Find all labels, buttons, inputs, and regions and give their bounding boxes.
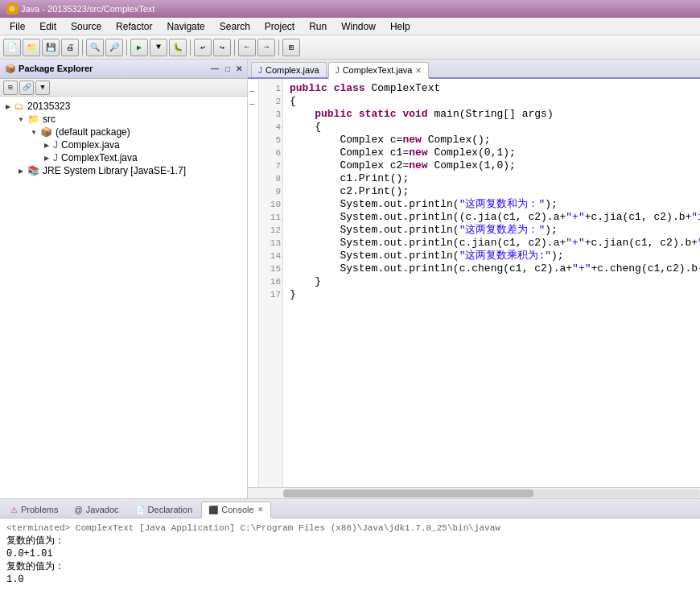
main-area: 📦 Package Explorer — □ ✕ ⊟ 🔗 ▼ ▶ 🗂 20135… bbox=[0, 60, 700, 611]
horizontal-scrollbar[interactable] bbox=[248, 487, 700, 498]
menu-window[interactable]: Window bbox=[335, 19, 382, 34]
jre-collapse-icon: ▶ bbox=[16, 166, 26, 175]
tab-javadoc[interactable]: @ Javadoc bbox=[67, 502, 126, 518]
sep1 bbox=[82, 39, 83, 56]
complex-java-label: Complex.java bbox=[61, 139, 120, 151]
console-close-icon[interactable]: ✕ bbox=[257, 506, 264, 514]
sep3 bbox=[190, 39, 191, 56]
menu-project[interactable]: Project bbox=[258, 19, 301, 34]
pe-maximize-button[interactable]: □ bbox=[223, 64, 233, 74]
console-content: <terminated> ComplexText [Java Applicati… bbox=[0, 518, 700, 611]
pe-toolbar: ⊟ 🔗 ▼ bbox=[0, 79, 247, 97]
code-area: — — 1 2 3 4 5 6 7 8 9 10 11 bbox=[248, 79, 700, 487]
tree-item-src[interactable]: ▼ 📁 src bbox=[0, 113, 247, 126]
complex-collapse-icon: ▶ bbox=[42, 140, 51, 150]
console-line-2: 0.0+1.0i bbox=[6, 547, 694, 560]
redo-button[interactable]: ↪ bbox=[213, 39, 231, 56]
editor-tabs: J Complex.java J ComplexText.java ✕ bbox=[248, 60, 700, 79]
tab-complex-java[interactable]: J Complex.java bbox=[251, 62, 327, 77]
console-line-1: 复数的值为： bbox=[6, 535, 694, 547]
javadoc-icon: @ bbox=[74, 506, 82, 514]
declaration-icon: 📄 bbox=[135, 506, 145, 514]
src-icon: 📁 bbox=[27, 114, 39, 125]
pe-collapse-all[interactable]: ⊟ bbox=[3, 81, 18, 95]
line-numbers: 1 2 3 4 5 6 7 8 9 10 11 12 13 14 15 16 1 bbox=[259, 79, 283, 487]
complextext-java-icon: J bbox=[53, 152, 58, 163]
tab-problems[interactable]: ⚠ Problems bbox=[3, 502, 65, 518]
pkg-collapse-icon: ▼ bbox=[29, 127, 39, 137]
menu-navigate[interactable]: Navigate bbox=[160, 19, 211, 34]
package-explorer-tree: ▶ 🗂 20135323 ▼ 📁 src ▼ 📦 (default packag… bbox=[0, 97, 247, 498]
titlebar: ⚙ Java - 20135323/src/ComplexText bbox=[0, 0, 700, 18]
menu-refactor[interactable]: Refactor bbox=[109, 19, 159, 34]
console-line-4: 1.0 bbox=[6, 573, 694, 586]
back-button[interactable]: ← bbox=[238, 39, 256, 56]
project-label: 20135323 bbox=[27, 101, 70, 112]
problems-icon: ⚠ bbox=[10, 506, 18, 514]
menubar: File Edit Source Refactor Navigate Searc… bbox=[0, 18, 700, 35]
pe-minimize-button[interactable]: — bbox=[210, 64, 220, 74]
app-icon: ⚙ bbox=[6, 3, 18, 14]
menu-file[interactable]: File bbox=[3, 19, 31, 34]
pe-link-editor[interactable]: 🔗 bbox=[19, 81, 34, 95]
project-collapse-icon: ▶ bbox=[3, 101, 13, 111]
debug-button[interactable]: 🔍 bbox=[86, 39, 104, 56]
sep4 bbox=[234, 39, 235, 56]
menu-help[interactable]: Help bbox=[384, 19, 417, 34]
tree-item-complex-java[interactable]: ▶ J Complex.java bbox=[0, 138, 247, 151]
tab-complex-java-label: Complex.java bbox=[266, 65, 319, 75]
undo-button[interactable]: ↩ bbox=[194, 39, 212, 56]
pe-header-buttons: — □ ✕ bbox=[210, 64, 242, 74]
sep2 bbox=[126, 39, 127, 56]
search-button[interactable]: 🔎 bbox=[105, 39, 123, 56]
tree-item-default-package[interactable]: ▼ 📦 (default package) bbox=[0, 126, 247, 138]
print-button[interactable]: 🖨 bbox=[61, 39, 79, 56]
src-collapse-icon: ▼ bbox=[16, 114, 26, 124]
menu-run[interactable]: Run bbox=[303, 19, 333, 34]
save-button[interactable]: 💾 bbox=[42, 39, 60, 56]
code-editor[interactable]: public class ComplexText { public static… bbox=[283, 79, 700, 487]
tab-complextext-close[interactable]: ✕ bbox=[415, 66, 422, 75]
run-button[interactable]: ▶ bbox=[130, 39, 148, 56]
pe-close-button[interactable]: ✕ bbox=[236, 64, 242, 74]
pe-view-menu[interactable]: ▼ bbox=[35, 81, 50, 95]
gutter-collapse-4[interactable]: — bbox=[249, 98, 257, 111]
new-button[interactable]: 📄 bbox=[3, 39, 21, 56]
menu-source[interactable]: Source bbox=[64, 19, 108, 34]
tab-declaration[interactable]: 📄 Declaration bbox=[128, 502, 200, 518]
complex-java-icon: J bbox=[53, 139, 58, 151]
complextext-java-label: ComplexText.java bbox=[61, 152, 138, 163]
package-explorer-title: 📦 Package Explorer bbox=[5, 64, 93, 74]
console-line-3: 复数的值为： bbox=[6, 560, 694, 573]
sep5 bbox=[278, 39, 279, 56]
run-dropdown[interactable]: ▼ bbox=[150, 39, 167, 56]
bottom-tabs: ⚠ Problems @ Javadoc 📄 Declaration ⬛ Con… bbox=[0, 499, 700, 518]
src-label: src bbox=[43, 114, 56, 125]
javadoc-label: Javadoc bbox=[86, 505, 119, 514]
complextext-collapse-icon: ▶ bbox=[42, 153, 51, 163]
tab-complextext-java-label: ComplexText.java bbox=[343, 65, 413, 75]
debug2-button[interactable]: 🐛 bbox=[169, 39, 187, 56]
bottom-panel: ⚠ Problems @ Javadoc 📄 Declaration ⬛ Con… bbox=[0, 498, 700, 611]
tab-complextext-java-icon: J bbox=[336, 66, 340, 75]
open-button[interactable]: 📁 bbox=[23, 39, 40, 56]
package-explorer-panel: 📦 Package Explorer — □ ✕ ⊟ 🔗 ▼ ▶ 🗂 20135… bbox=[0, 60, 248, 498]
package-explorer-header: 📦 Package Explorer — □ ✕ bbox=[0, 60, 247, 79]
perspective-button[interactable]: ⊞ bbox=[282, 39, 300, 56]
gutter-collapse-2[interactable]: — bbox=[249, 85, 257, 98]
console-label: Console bbox=[221, 505, 253, 514]
tab-console[interactable]: ⬛ Console ✕ bbox=[201, 502, 270, 518]
jre-label: JRE System Library [JavaSE-1.7] bbox=[43, 165, 186, 176]
tab-complextext-java[interactable]: J ComplexText.java ✕ bbox=[328, 62, 430, 79]
menu-edit[interactable]: Edit bbox=[33, 19, 63, 34]
tree-item-jre[interactable]: ▶ 📚 JRE System Library [JavaSE-1.7] bbox=[0, 164, 247, 177]
toolbar: 📄 📁 💾 🖨 🔍 🔎 ▶ ▼ 🐛 ↩ ↪ ← → ⊞ bbox=[0, 35, 700, 60]
console-icon: ⬛ bbox=[208, 506, 218, 514]
menu-search[interactable]: Search bbox=[213, 19, 257, 34]
tree-item-project[interactable]: ▶ 🗂 20135323 bbox=[0, 100, 247, 113]
forward-button[interactable]: → bbox=[257, 39, 275, 56]
package-icon: 📦 bbox=[40, 126, 52, 138]
jre-icon: 📚 bbox=[27, 165, 39, 176]
tree-item-complextext-java[interactable]: ▶ J ComplexText.java bbox=[0, 151, 247, 164]
console-header: <terminated> ComplexText [Java Applicati… bbox=[6, 522, 694, 535]
